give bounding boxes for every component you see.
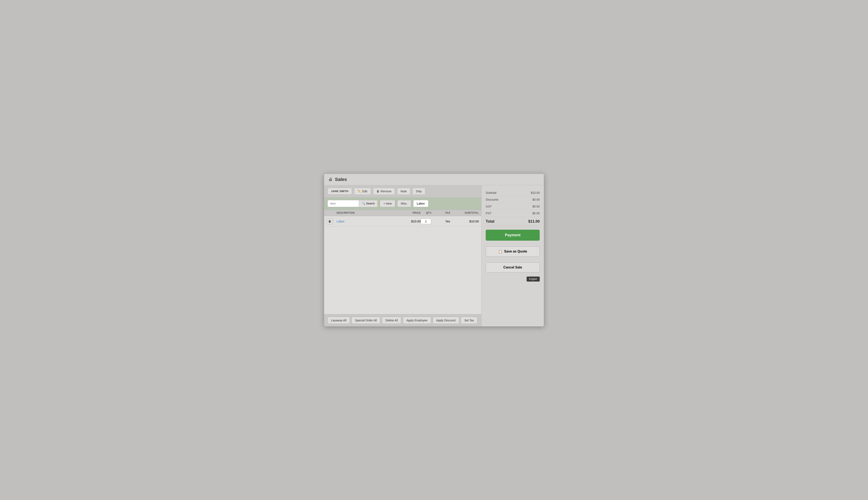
page-title: Sales [335, 177, 347, 182]
total-row: Total $11.00 [486, 217, 540, 226]
title-bar: 🖨 Sales [324, 174, 544, 185]
save-as-quote-button[interactable]: 📋 Save as Quote [486, 247, 540, 257]
right-panel: Subtotal $10.00 Discounts $0.00 GST $0.5… [481, 185, 544, 326]
edit-button[interactable]: ✏️ Edit [354, 188, 371, 195]
table-row: 🗑 Labor $10.00 Yes $10.00 [324, 216, 481, 227]
delete-row-button[interactable]: 🗑 [327, 218, 333, 225]
cancel-sale-button[interactable]: Cancel Sale [486, 262, 540, 272]
left-panel: JANE SMITH ✏️ Edit 🗑 Remove Note Ship 🔍 [324, 185, 481, 326]
pst-value: $0.50 [532, 212, 540, 215]
table-body: 🗑 Labor $10.00 Yes $10.00 [324, 216, 481, 314]
language-badge: English [527, 276, 540, 282]
item-search-group: 🔍 Search [327, 200, 378, 207]
new-button[interactable]: + New [380, 200, 395, 207]
action-bar: Layaway All Special Order All Delete All… [324, 314, 481, 326]
search-button[interactable]: 🔍 Search [359, 200, 378, 207]
remove-icon: 🗑 [377, 190, 379, 193]
total-label: Total [486, 219, 494, 224]
gst-row: GST $0.50 [486, 203, 540, 210]
note-button[interactable]: Note [397, 188, 410, 195]
remove-button[interactable]: 🗑 Remove [373, 188, 395, 195]
discounts-row: Discounts $0.00 [486, 196, 540, 203]
search-input[interactable] [328, 200, 359, 207]
delete-all-button[interactable]: Delete All [382, 317, 401, 324]
subtotal-header: SUBTOTAL [458, 212, 479, 214]
total-value: $11.00 [528, 219, 540, 224]
item-name: Labor [337, 219, 400, 223]
special-order-all-button[interactable]: Special Order All [352, 317, 380, 324]
qty-input[interactable] [421, 219, 431, 224]
subtotal-value: $10.00 [531, 191, 540, 194]
apply-discount-button[interactable]: Apply Discount [433, 317, 459, 324]
customer-bar: JANE SMITH ✏️ Edit 🗑 Remove Note Ship [324, 185, 481, 197]
apply-employee-button[interactable]: Apply Employee [403, 317, 431, 324]
quote-icon: 📋 [498, 250, 502, 253]
description-header: DESCRIPTION [337, 212, 400, 214]
tax-header: TAX [437, 212, 458, 214]
discounts-value: $0.00 [532, 198, 540, 201]
right-bottom: 📋 Save as Quote Cancel Sale English [486, 247, 540, 282]
table-header: DESCRIPTION PRICE QTY. TAX SUBTOTAL [324, 210, 481, 216]
search-icon: 🔍 [362, 202, 365, 205]
ship-button[interactable]: Ship [412, 188, 425, 195]
gst-value: $0.50 [532, 205, 540, 208]
pst-label: PST [486, 212, 491, 215]
labor-button[interactable]: Labor [413, 200, 429, 207]
pst-row: PST $0.50 [486, 210, 540, 217]
misc-button[interactable]: Misc. [397, 200, 411, 207]
search-bar: 🔍 Search + New Misc. Labor [324, 197, 481, 210]
item-subtotal: $10.00 [458, 219, 479, 223]
item-price: $10.00 [400, 219, 421, 223]
subtotal-label: Subtotal [486, 191, 496, 194]
discounts-label: Discounts [486, 198, 498, 201]
sales-icon: 🖨 [328, 177, 332, 182]
layaway-all-button[interactable]: Layaway All [327, 317, 350, 324]
subtotal-row: Subtotal $10.00 [486, 190, 540, 196]
payment-button[interactable]: Payment [486, 230, 540, 241]
item-qty[interactable] [421, 219, 437, 224]
item-tax: Yes [437, 220, 458, 223]
set-tax-button[interactable]: Set Tax [461, 317, 477, 324]
edit-icon: ✏️ [358, 190, 361, 193]
price-header: PRICE [400, 212, 421, 214]
qty-header: QTY. [421, 212, 437, 214]
gst-label: GST [486, 205, 492, 208]
customer-button[interactable]: JANE SMITH [327, 188, 352, 195]
